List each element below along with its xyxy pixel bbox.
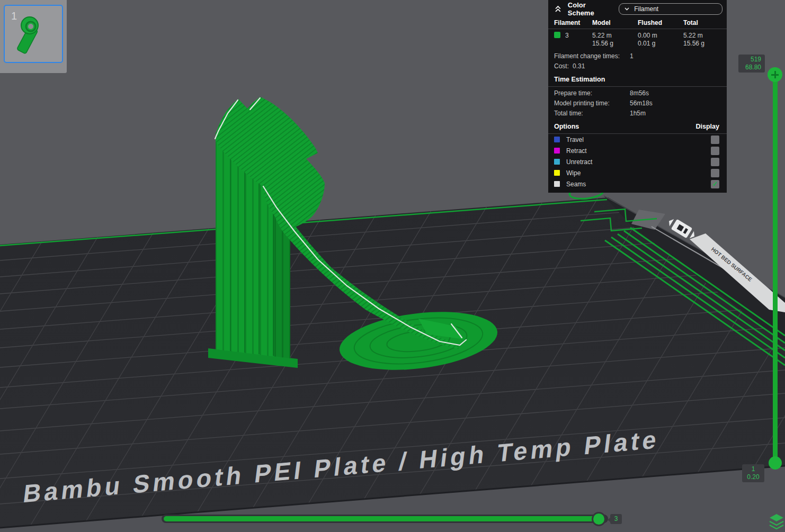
option-row-retract: Retract ✓ [548, 145, 727, 156]
travel-display-checkbox[interactable]: ✓ [711, 136, 719, 144]
wipe-color-swatch [554, 170, 560, 176]
time-estimation-title: Time Estimation [548, 73, 727, 86]
option-label: Retract [566, 147, 587, 155]
option-label: Wipe [566, 169, 581, 177]
display-column-header: Display [696, 123, 719, 130]
panel-title: Color Scheme [568, 1, 613, 17]
prepare-time-value: 8m56s [630, 89, 649, 97]
filament-change-times-value: 1 [630, 52, 634, 60]
options-title: Options Display [548, 120, 727, 133]
step-slider-handle[interactable] [592, 512, 606, 526]
option-label: Seams [566, 181, 586, 188]
model-printing-time-row: Model printing time: 56m18s [548, 98, 727, 108]
model-printing-time-value: 56m18s [630, 100, 653, 107]
option-label: Unretract [566, 158, 592, 166]
layer-slider-top-handle[interactable] [768, 67, 782, 82]
layer-slider-track[interactable] [773, 74, 778, 464]
prepare-time-row: Prepare time: 8m56s [548, 87, 727, 98]
layer-slider-bottom-handle[interactable] [769, 456, 782, 470]
dropdown-selected-value: Filament [634, 5, 658, 13]
unretract-display-checkbox[interactable]: ✓ [711, 158, 719, 166]
model-weight: 15.56 g [592, 40, 638, 48]
check-icon: ✓ [712, 181, 718, 187]
filament-change-times-row: Filament change times: 1 [548, 51, 727, 61]
cost-value: 0.31 [573, 62, 585, 70]
option-row-wipe: Wipe ✓ [548, 167, 727, 178]
bottom-layer-height: 0.20 [746, 473, 761, 481]
plus-icon [771, 70, 779, 79]
option-label: Travel [566, 136, 584, 143]
option-row-seams: Seams ✓ [548, 178, 727, 190]
travel-color-swatch [554, 137, 560, 142]
color-scheme-panel: Color Scheme Filament Filament Model Flu… [548, 0, 727, 193]
total-time-value: 1h5m [630, 110, 646, 117]
wipe-display-checkbox[interactable]: ✓ [711, 169, 719, 177]
step-value: 3 [613, 515, 619, 523]
filament-color-swatch [554, 32, 560, 38]
model-length: 5.22 m [592, 32, 638, 40]
option-row-travel: Travel ✓ [548, 134, 727, 145]
retract-display-checkbox[interactable]: ✓ [711, 147, 719, 155]
filament-table-row[interactable]: 3 5.22 m 15.56 g 0.00 m 0.01 g 5.22 m 15… [548, 29, 727, 51]
total-time-row: Total time: 1h5m [548, 108, 727, 118]
seams-display-checkbox[interactable]: ✓ [711, 180, 719, 188]
total-weight: 15.56 g [683, 40, 719, 48]
step-slider-fill [164, 516, 599, 521]
option-row-unretract: Unretract ✓ [548, 156, 727, 167]
plate-thumbnail-strip: 1 [0, 0, 67, 73]
color-scheme-dropdown[interactable]: Filament [619, 3, 722, 15]
filament-id: 3 [565, 32, 569, 39]
collapse-panel-icon[interactable] [554, 4, 563, 13]
unretract-color-swatch [554, 159, 560, 165]
plate-thumbnail[interactable]: 1 [4, 5, 63, 63]
layer-slider-top-badge: 519 68.80 [738, 55, 765, 73]
flushed-weight: 0.01 g [638, 40, 683, 48]
filament-table-header: Filament Model Flushed Total [548, 17, 727, 28]
step-slider-badge: 3 [610, 514, 622, 524]
total-length: 5.22 m [683, 32, 719, 40]
retract-color-swatch [554, 148, 560, 154]
plate-index-label: 1 [11, 10, 17, 22]
seams-color-swatch [554, 181, 560, 187]
cost-row: Cost: 0.31 [548, 61, 727, 71]
flushed-length: 0.00 m [638, 32, 683, 40]
top-layer-number: 519 [742, 56, 761, 64]
step-slider-track[interactable] [162, 515, 608, 523]
layers-view-icon[interactable] [768, 513, 785, 531]
top-layer-height: 68.80 [742, 64, 761, 71]
layer-slider-bottom-badge: 1 0.20 [742, 464, 764, 482]
chevron-down-icon [623, 5, 630, 12]
bottom-layer-number: 1 [746, 465, 761, 473]
